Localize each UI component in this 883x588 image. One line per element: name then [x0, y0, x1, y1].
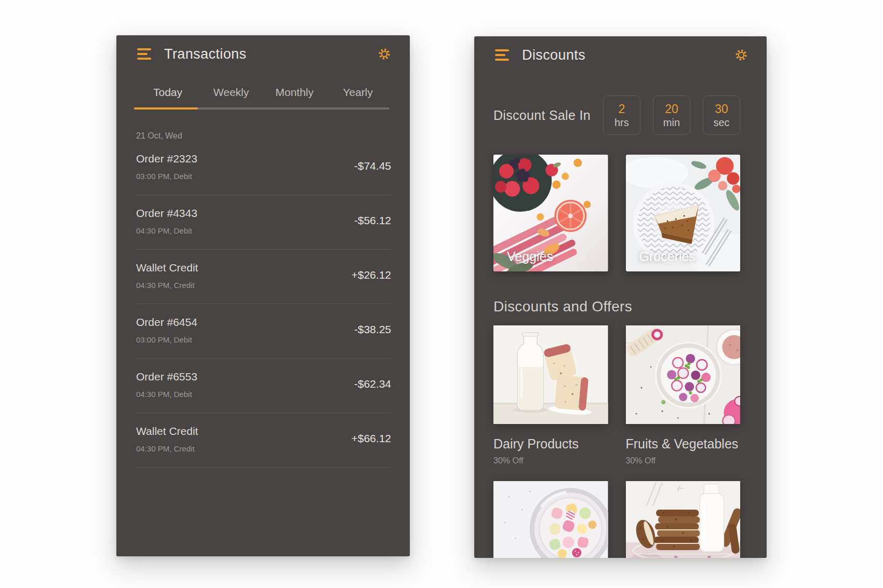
transaction-list: 21 Oct, Wed Order #2323 03:00 PM, Debit … [136, 131, 391, 468]
period-tabs: Today Weekly Monthly Yearly [136, 86, 390, 107]
transaction-subtitle: 03:00 PM, Debit [136, 172, 391, 181]
countdown-hours-value: 2 [618, 102, 625, 116]
discount-countdown: Discount Sale In 2 hrs 20 min 30 sec [493, 95, 740, 135]
gear-icon[interactable] [378, 47, 391, 61]
category-label: Groceries [639, 249, 695, 264]
tab-monthly[interactable]: Monthly [263, 86, 326, 107]
offers-grid: Dairy Products 30% Off [493, 325, 740, 558]
tab-weekly[interactable]: Weekly [199, 86, 263, 107]
milk-bottle-cake-photo [493, 325, 608, 424]
offer-discount: 30% Off [493, 456, 608, 466]
countdown-label: Discount Sale In [493, 108, 591, 123]
countdown-seconds-unit: sec [713, 117, 729, 129]
cookies-milk-photo [626, 481, 741, 558]
tab-underline-track [134, 107, 390, 110]
countdown-hours-box: 2 hrs [603, 95, 640, 135]
transaction-amount: -$38.25 [354, 323, 391, 336]
transaction-subtitle: 03:00 PM, Debit [136, 335, 391, 344]
hamburger-icon[interactable] [495, 49, 509, 61]
transaction-title: Order #4343 [136, 207, 391, 220]
countdown-minutes-unit: min [663, 117, 680, 129]
transaction-row[interactable]: Order #2323 03:00 PM, Debit -$74.45 [136, 141, 391, 195]
category-card-veggies[interactable]: Veggies [493, 155, 608, 271]
category-card-groceries[interactable]: Groceries [626, 155, 741, 271]
page-title: Discounts [522, 47, 585, 63]
gear-icon[interactable] [734, 48, 748, 62]
countdown-minutes-value: 20 [665, 102, 678, 116]
category-label: Veggies [507, 249, 553, 264]
offers-heading: Discounts and Offers [493, 298, 740, 315]
transaction-subtitle: 04:30 PM, Credit [136, 281, 391, 290]
discounts-header: Discounts [495, 46, 748, 64]
transactions-screen: Transactions Today Weekly Monthly Yearly… [116, 35, 410, 556]
tab-today[interactable]: Today [136, 86, 199, 107]
transaction-amount: -$62.34 [354, 378, 391, 390]
transaction-row[interactable]: Order #6454 03:00 PM, Debit -$38.25 [136, 304, 391, 359]
transaction-amount: +$26.12 [352, 269, 392, 281]
countdown-seconds-value: 30 [715, 102, 728, 116]
countdown-minutes-box: 20 min [653, 95, 690, 135]
offer-title: Fruits & Vegetables [626, 436, 741, 452]
transaction-row[interactable]: Order #4343 04:30 PM, Debit -$56.12 [136, 195, 391, 250]
transaction-amount: -$74.45 [354, 160, 391, 172]
candy-jar-photo [493, 481, 608, 558]
transaction-row[interactable]: Order #6553 04:30 PM, Debit -$62.34 [136, 359, 391, 413]
discounts-screen: Discounts Discount Sale In 2 hrs 20 min [474, 36, 767, 558]
date-header: 21 Oct, Wed [136, 131, 391, 141]
countdown-seconds-box: 30 sec [703, 95, 740, 135]
offer-discount: 30% Off [626, 456, 741, 466]
page-title: Transactions [164, 46, 246, 62]
transaction-title: Order #6454 [136, 316, 391, 329]
transaction-title: Order #6553 [136, 371, 391, 383]
radish-bowl-photo [626, 325, 741, 424]
offer-card-candy[interactable] [493, 481, 608, 558]
hamburger-icon[interactable] [137, 48, 151, 60]
transaction-subtitle: 04:30 PM, Debit [136, 390, 391, 399]
offer-card-fruits-vegetables[interactable]: Fruits & Vegetables 30% Off [626, 325, 741, 466]
offer-card-cookies[interactable] [626, 481, 741, 558]
transaction-title: Order #2323 [136, 153, 391, 165]
offer-card-dairy[interactable]: Dairy Products 30% Off [493, 325, 608, 466]
countdown-hours-unit: hrs [614, 117, 629, 129]
category-grid: Veggies [493, 155, 740, 271]
transaction-row[interactable]: Wallet Credit 04:30 PM, Credit +$66.12 [136, 413, 391, 468]
transaction-subtitle: 04:30 PM, Credit [136, 444, 391, 453]
transactions-header: Transactions [137, 45, 391, 63]
transaction-amount: +$66.12 [352, 432, 392, 445]
transaction-amount: -$56.12 [354, 214, 391, 227]
active-tab-indicator [134, 107, 198, 110]
transaction-subtitle: 04:30 PM, Debit [136, 226, 391, 235]
transaction-row[interactable]: Wallet Credit 04:30 PM, Credit +$26.12 [136, 250, 391, 304]
mockup-canvas: Transactions Today Weekly Monthly Yearly… [0, 0, 883, 588]
tab-yearly[interactable]: Yearly [326, 86, 390, 107]
offer-title: Dairy Products [493, 436, 608, 452]
